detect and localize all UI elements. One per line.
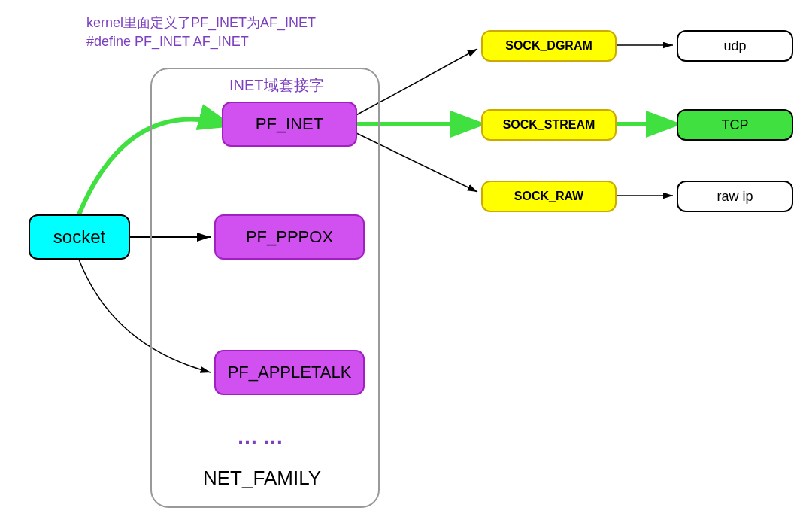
- rawip-label: raw ip: [717, 189, 753, 205]
- connector-arrows: [0, 0, 812, 523]
- inet-domain-label: INET域套接字: [229, 75, 324, 96]
- annotation-line1: kernel里面定义了PF_INET为AF_INET: [86, 14, 316, 32]
- pf-inet-label: PF_INET: [256, 114, 323, 134]
- sock-stream-node: SOCK_STREAM: [481, 109, 617, 141]
- pf-pppox-label: PF_PPPOX: [246, 227, 333, 247]
- pf-inet-node: PF_INET: [222, 102, 357, 147]
- pf-appletalk-label: PF_APPLETALK: [228, 363, 352, 382]
- udp-label: udp: [723, 38, 746, 54]
- sock-dgram-node: SOCK_DGRAM: [481, 30, 617, 62]
- pf-pppox-node: PF_PPPOX: [214, 214, 365, 260]
- sock-stream-label: SOCK_STREAM: [503, 118, 595, 132]
- pf-appletalk-node: PF_APPLETALK: [214, 350, 365, 395]
- annotation-text: kernel里面定义了PF_INET为AF_INET #define PF_IN…: [86, 14, 316, 51]
- net-family-label: NET_FAMILY: [203, 467, 321, 490]
- ellipsis: ……: [237, 425, 288, 449]
- udp-node: udp: [677, 30, 793, 62]
- sock-raw-node: SOCK_RAW: [481, 181, 617, 212]
- tcp-label: TCP: [722, 117, 749, 133]
- tcp-node: TCP: [677, 109, 793, 141]
- sock-dgram-label: SOCK_DGRAM: [505, 39, 592, 53]
- socket-label: socket: [53, 227, 105, 248]
- annotation-line2: #define PF_INET AF_INET: [86, 32, 316, 51]
- sock-raw-label: SOCK_RAW: [514, 190, 583, 203]
- rawip-node: raw ip: [677, 181, 793, 212]
- socket-node: socket: [29, 214, 130, 260]
